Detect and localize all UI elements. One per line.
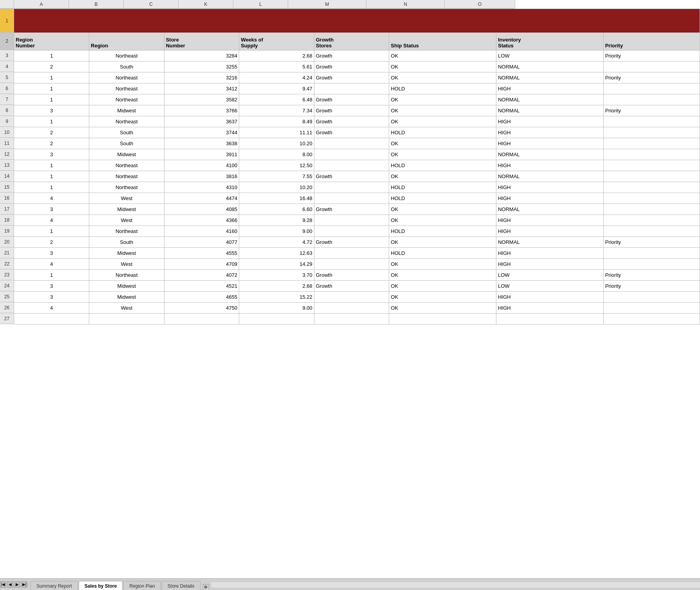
cell-c18[interactable]: 4366 xyxy=(164,215,239,226)
cell-m13[interactable]: HOLD xyxy=(389,160,496,171)
cell-n20[interactable]: NORMAL xyxy=(496,236,603,247)
cell-k14[interactable]: 7.55 xyxy=(239,171,314,182)
cell-n15[interactable]: HIGH xyxy=(496,182,603,193)
cell-n19[interactable]: HIGH xyxy=(496,226,603,236)
cell-o26[interactable] xyxy=(603,302,700,313)
table-row[interactable]: 2 South 3638 10.20 OK HIGH xyxy=(14,138,700,149)
cell-a21[interactable]: 3 xyxy=(14,247,89,258)
cell-m17[interactable]: OK xyxy=(389,204,496,215)
table-row-empty[interactable] xyxy=(14,313,700,324)
cell-c5[interactable]: 3216 xyxy=(164,72,239,83)
cell-l24[interactable]: Growth xyxy=(314,280,389,291)
cell-n3[interactable]: LOW xyxy=(496,50,603,61)
cell-l26[interactable] xyxy=(314,302,389,313)
row-num-21[interactable]: 21 xyxy=(0,247,14,258)
cell-n23[interactable]: LOW xyxy=(496,269,603,280)
cell-k9[interactable]: 8.49 xyxy=(239,116,314,127)
cell-k11[interactable]: 10.20 xyxy=(239,138,314,149)
cell-o20[interactable]: Priority xyxy=(603,236,700,247)
row-num-19[interactable]: 19 xyxy=(0,226,14,236)
cell-l5[interactable]: Growth xyxy=(314,72,389,83)
tab-summary-report[interactable]: Summary Report xyxy=(31,581,78,590)
row-num-7[interactable]: 7 xyxy=(0,94,14,105)
cell-b14[interactable]: Northeast xyxy=(89,171,164,182)
table-row[interactable]: 4 West 4366 9.28 OK HIGH xyxy=(14,215,700,226)
row-num-12[interactable]: 12 xyxy=(0,149,14,160)
cell-n25[interactable]: HIGH xyxy=(496,291,603,302)
tab-store-details[interactable]: Store Details xyxy=(162,581,200,590)
cell-k7[interactable]: 6.48 xyxy=(239,94,314,105)
cell-k19[interactable]: 9.00 xyxy=(239,226,314,236)
cell-l18[interactable] xyxy=(314,215,389,226)
cell-c8[interactable]: 3766 xyxy=(164,105,239,116)
cell-b11[interactable]: South xyxy=(89,138,164,149)
cell-m6[interactable]: HOLD xyxy=(389,83,496,94)
cell-m26[interactable]: OK xyxy=(389,302,496,313)
cell-l20[interactable]: Growth xyxy=(314,236,389,247)
cell-c24[interactable]: 4521 xyxy=(164,280,239,291)
cell-m9[interactable]: OK xyxy=(389,116,496,127)
row-num-16[interactable]: 16 xyxy=(0,193,14,204)
cell-b4[interactable]: South xyxy=(89,61,164,72)
cell-a12[interactable]: 3 xyxy=(14,149,89,160)
tab-first-button[interactable]: |◀ xyxy=(0,581,6,588)
cell-m18[interactable]: OK xyxy=(389,215,496,226)
row-num-24[interactable]: 24 xyxy=(0,280,14,291)
cell-b20[interactable]: South xyxy=(89,236,164,247)
cell-a27[interactable] xyxy=(14,313,89,324)
cell-a3[interactable]: 1 xyxy=(14,50,89,61)
cell-c21[interactable]: 4555 xyxy=(164,247,239,258)
row-num-22[interactable]: 22 xyxy=(0,258,14,269)
cell-a14[interactable]: 1 xyxy=(14,171,89,182)
row-num-27[interactable]: 27 xyxy=(0,313,14,324)
cell-a20[interactable]: 2 xyxy=(14,236,89,247)
cell-m3[interactable]: OK xyxy=(389,50,496,61)
cell-c19[interactable]: 4160 xyxy=(164,226,239,236)
cell-l22[interactable] xyxy=(314,258,389,269)
cell-m25[interactable]: OK xyxy=(389,291,496,302)
cell-l21[interactable] xyxy=(314,247,389,258)
cell-m12[interactable]: OK xyxy=(389,149,496,160)
cell-o17[interactable] xyxy=(603,204,700,215)
row-num-14[interactable]: 14 xyxy=(0,171,14,182)
cell-c6[interactable]: 3412 xyxy=(164,83,239,94)
cell-o13[interactable] xyxy=(603,160,700,171)
cell-a9[interactable]: 1 xyxy=(14,116,89,127)
cell-a18[interactable]: 4 xyxy=(14,215,89,226)
cell-b22[interactable]: West xyxy=(89,258,164,269)
row-num-18[interactable]: 18 xyxy=(0,215,14,226)
cell-n21[interactable]: HIGH xyxy=(496,247,603,258)
cell-o7[interactable] xyxy=(603,94,700,105)
cell-m19[interactable]: HOLD xyxy=(389,226,496,236)
cell-l10[interactable]: Growth xyxy=(314,127,389,138)
cell-o27[interactable] xyxy=(603,313,700,324)
row-num-13[interactable]: 13 xyxy=(0,160,14,171)
cell-a4[interactable]: 2 xyxy=(14,61,89,72)
cell-k22[interactable]: 14.29 xyxy=(239,258,314,269)
tab-next-button[interactable]: ▶ xyxy=(14,581,20,588)
cell-a19[interactable]: 1 xyxy=(14,226,89,236)
cell-b12[interactable]: Midwest xyxy=(89,149,164,160)
cell-b15[interactable]: Northeast xyxy=(89,182,164,193)
cell-k10[interactable]: 11.11 xyxy=(239,127,314,138)
row-num-4[interactable]: 4 xyxy=(0,61,14,72)
cell-m27[interactable] xyxy=(389,313,496,324)
cell-k5[interactable]: 4.24 xyxy=(239,72,314,83)
cell-c16[interactable]: 4474 xyxy=(164,193,239,204)
cell-a24[interactable]: 3 xyxy=(14,280,89,291)
cell-a23[interactable]: 1 xyxy=(14,269,89,280)
cell-n13[interactable]: HIGH xyxy=(496,160,603,171)
table-row[interactable]: 3 Midwest 4555 12.63 HOLD HIGH xyxy=(14,247,700,258)
tab-region-plan[interactable]: Region Plan xyxy=(123,581,161,590)
table-row[interactable]: 3 Midwest 3766 7.34 Growth OK NORMAL Pri… xyxy=(14,105,700,116)
col-header-n[interactable]: N xyxy=(366,0,445,9)
cell-k23[interactable]: 3.70 xyxy=(239,269,314,280)
cell-m22[interactable]: OK xyxy=(389,258,496,269)
cell-n9[interactable]: HIGH xyxy=(496,116,603,127)
col-header-l[interactable]: L xyxy=(233,0,288,9)
cell-o19[interactable] xyxy=(603,226,700,236)
cell-l11[interactable] xyxy=(314,138,389,149)
cell-c4[interactable]: 3255 xyxy=(164,61,239,72)
row-num-20[interactable]: 20 xyxy=(0,236,14,247)
cell-l7[interactable]: Growth xyxy=(314,94,389,105)
